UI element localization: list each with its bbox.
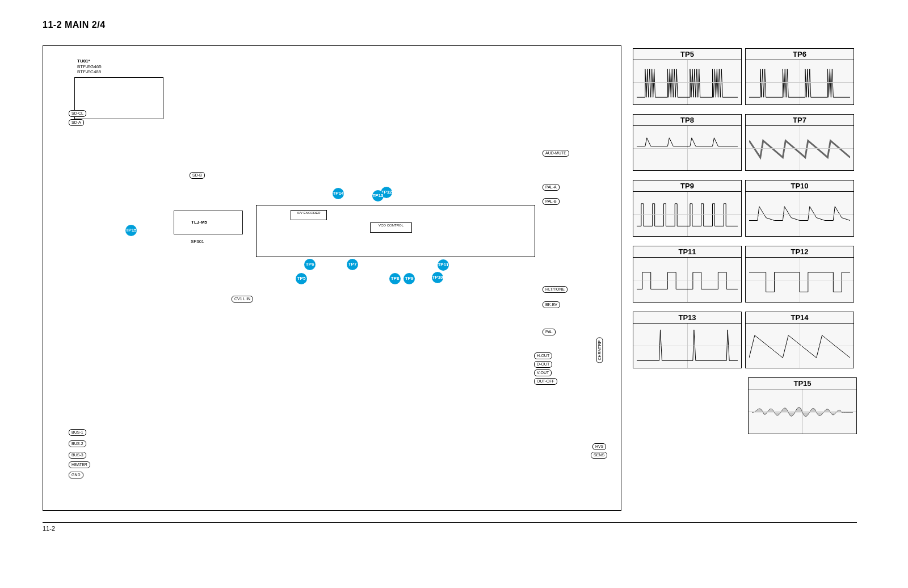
net-bus3: BUS-3 (69, 452, 86, 459)
tp13-marker: TP13 (372, 190, 384, 201)
scope-tp13: TP13 (633, 312, 742, 368)
vco-control-box: VCO CONTROL (370, 222, 412, 233)
wave-tp12 (749, 261, 850, 300)
tuner-part-b: BTF-EC485 (77, 69, 101, 74)
net-vout: V-OUT (534, 369, 552, 376)
wave-tp13 (637, 327, 738, 366)
wave-tp5 (637, 64, 738, 103)
ic200-main: VCO CONTROL A/V ENCODER (256, 205, 535, 257)
net-heater: HEATER (69, 461, 90, 468)
net-sdb: SD-B (190, 172, 205, 179)
net-sens: SENS (591, 452, 607, 459)
tp11-marker: TP11 (438, 259, 449, 271)
scope-tp11-head: TP11 (633, 246, 741, 258)
wave-tp11 (637, 261, 738, 300)
scope-tp14: TP14 (745, 312, 854, 368)
scope-tp5: TP5 (633, 48, 742, 105)
tuner-part-a: BTF-EG465 (77, 64, 102, 69)
scope-tp6-head: TP6 (746, 49, 854, 60)
scope-tp15: TP15 (748, 377, 857, 434)
scope-tp7: TP7 (745, 114, 854, 171)
scope-tp14-head: TP14 (746, 312, 854, 324)
section-name: MAIN 2/4 (65, 20, 106, 30)
scope-tp10-head: TP10 (746, 180, 854, 192)
net-gnd: GND (69, 472, 83, 478)
net-audmute: AUD-MUTE (543, 150, 569, 157)
page-footer: 11-2 (43, 522, 857, 532)
wave-tp6 (749, 64, 850, 103)
scope-tp8: TP8 (633, 114, 742, 171)
net-hout: H-OUT (534, 352, 552, 359)
wave-tp9 (637, 195, 738, 234)
av-encoder-box: A/V ENCODER (291, 210, 327, 220)
scope-tp15-head: TP15 (749, 378, 856, 389)
scope-tp12: TP12 (745, 246, 854, 303)
wave-tp10 (749, 195, 850, 234)
tp9-marker: TP9 (403, 273, 415, 284)
net-cvlin: CV1 L IN (232, 296, 253, 303)
tp6-marker: TP6 (304, 259, 316, 270)
scope-tp9: TP9 (633, 180, 742, 237)
scope-tp9-head: TP9 (633, 180, 741, 192)
scope-tp11: TP11 (633, 246, 742, 303)
tp7-marker: TP7 (347, 259, 358, 270)
tuner-ref: TU01* (77, 58, 90, 64)
scope-column: TP5 TP6 TP8 TP7 TP9 TP10 (633, 48, 857, 443)
wave-tp14 (749, 327, 850, 366)
net-sda: SD-A (69, 119, 84, 126)
tp5-marker: TP5 (296, 273, 307, 284)
net-outoff: OUT-OFF (534, 378, 557, 385)
ic301-sub: TLJ-M5 (191, 220, 207, 225)
wave-tp8 (637, 129, 738, 169)
net-pal-b: PAL-B (543, 198, 560, 205)
net-hvs: HVS (592, 443, 606, 450)
net-dout: D-OUT (534, 361, 552, 368)
scope-tp5-head: TP5 (633, 49, 741, 60)
ic301: TLJ-M5 (174, 211, 243, 234)
page-title: 11-2 MAIN 2/4 (43, 20, 106, 30)
scope-tp7-head: TP7 (746, 115, 854, 126)
net-bus2: BUS-2 (69, 440, 86, 447)
net-sdcl: SD-CL (69, 110, 86, 117)
net-pal: PAL (543, 329, 556, 335)
scope-tp6: TP6 (745, 48, 854, 105)
net-hlt: HLT/TONE (543, 286, 568, 293)
net-chrmtrp: CHRMTRP (596, 338, 603, 363)
scope-tp12-head: TP12 (746, 246, 854, 258)
scope-tp13-head: TP13 (633, 312, 741, 324)
wave-tp15 (752, 393, 853, 432)
net-bus1: BUS-1 (69, 429, 86, 436)
scope-tp10: TP10 (745, 180, 854, 237)
tuner-block: TU01* BTF-EG465 BTF-EC485 (74, 77, 163, 119)
tp8-marker: TP8 (389, 273, 401, 284)
tp14-marker: TP14 (333, 188, 344, 199)
tp10-marker: TP10 (432, 272, 443, 283)
sf301-ref: SF301 (191, 239, 204, 244)
net-pal-a: PAL-A (543, 184, 560, 191)
schematic-diagram: TU01* BTF-EG465 BTF-EC485 TLJ-M5 SF301 V… (43, 45, 621, 511)
net-bkbv: BK-BV (543, 301, 560, 308)
wave-tp7 (749, 129, 850, 169)
section-num: 11-2 (43, 20, 62, 30)
scope-tp8-head: TP8 (633, 115, 741, 126)
tp15-marker: TP15 (125, 225, 137, 236)
